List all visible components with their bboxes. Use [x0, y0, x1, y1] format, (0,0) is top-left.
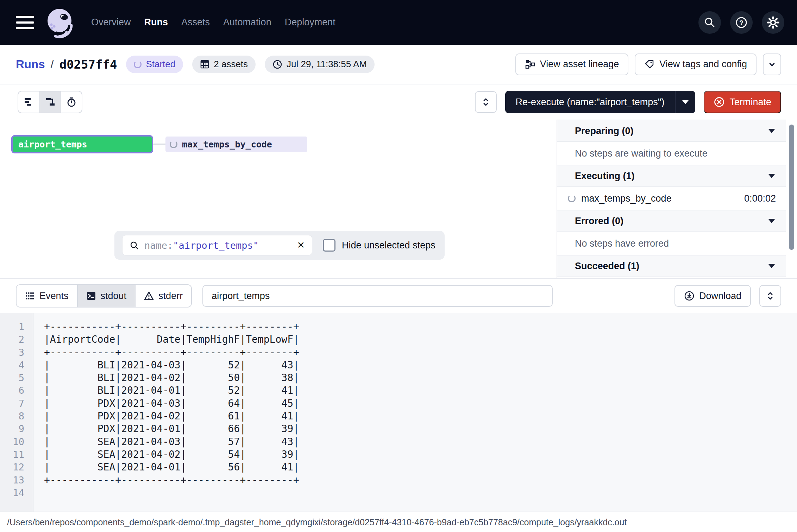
top-nav-actions: ?: [698, 11, 784, 34]
reexecute-split-button: Re-execute (name:"airport_temps"): [505, 91, 696, 113]
log-line: 5| BLI|2021-04-02| 50| 38|: [0, 372, 797, 384]
reexecute-dropdown-button[interactable]: [675, 91, 695, 113]
log-line: 3+-----------+----------+---------+-----…: [0, 346, 797, 359]
tab-stdout[interactable]: stdout: [77, 285, 135, 307]
terminate-button[interactable]: Terminate: [704, 91, 781, 113]
gantt-step-airport-temps[interactable]: airport_temps: [11, 135, 153, 153]
log-lines: 1+-----------+----------+---------+-----…: [0, 313, 797, 499]
line-number[interactable]: 10: [0, 436, 33, 448]
lineage-icon: [525, 59, 535, 70]
gantt-step-max-temps-by-code[interactable]: max_temps_by_code: [165, 137, 307, 152]
hide-unselected-toggle[interactable]: Hide unselected steps: [323, 239, 435, 252]
nav-item-overview[interactable]: Overview: [91, 17, 131, 28]
more-actions-button[interactable]: [763, 53, 781, 75]
tab-stderr-label: stderr: [158, 291, 183, 302]
asset-grid-icon: [200, 59, 209, 69]
line-number[interactable]: 1: [0, 321, 33, 333]
spinner-icon: [568, 195, 576, 202]
clear-filter-icon[interactable]: ✕: [297, 240, 305, 251]
search-button[interactable]: [698, 11, 721, 34]
view-asset-lineage-button[interactable]: View asset lineage: [515, 53, 629, 75]
timing-view-button[interactable]: [61, 91, 82, 113]
assets-count-badge[interactable]: 2 assets: [192, 56, 256, 73]
tab-stdout-label: stdout: [101, 291, 127, 302]
line-number[interactable]: 7: [0, 397, 33, 410]
log-step-selector[interactable]: airport_temps: [202, 285, 553, 307]
section-preparing-title: Preparing (0): [575, 126, 634, 137]
dagster-logo-icon[interactable]: [44, 6, 76, 39]
step-filter-input[interactable]: name: "airport_temps" ✕: [122, 235, 312, 255]
clock-icon: [272, 59, 282, 69]
section-preparing[interactable]: Preparing (0): [557, 120, 786, 142]
settings-button[interactable]: [762, 11, 784, 34]
run-status-badge: Started: [126, 56, 183, 73]
search-icon: [130, 241, 139, 250]
executing-elapsed-time: 0:00:02: [744, 193, 786, 204]
line-number[interactable]: 9: [0, 423, 33, 435]
terminate-icon: [714, 96, 725, 108]
zoom-fit-button[interactable]: [475, 91, 497, 113]
reexecute-button[interactable]: Re-execute (name:"airport_temps"): [505, 91, 675, 113]
line-number[interactable]: 11: [0, 448, 33, 461]
run-timestamp-label: Jul 29, 11:38:55 AM: [287, 59, 367, 70]
hamburger-menu-icon[interactable]: [16, 16, 34, 29]
hide-unselected-checkbox[interactable]: [323, 239, 335, 252]
view-tags-config-button[interactable]: View tags and config: [635, 53, 757, 75]
breadcrumb-runs-link[interactable]: Runs: [16, 58, 45, 71]
gantt-chart: airport_temps max_temps_by_code name: "a…: [0, 120, 557, 278]
svg-text:?: ?: [739, 19, 743, 26]
expand-vertical-icon: [765, 291, 776, 301]
log-line: 2|AirportCode| Date|TempHighF|TempLowF|: [0, 333, 797, 346]
nav-item-deployment[interactable]: Deployment: [285, 17, 335, 28]
flat-view-button[interactable]: [18, 91, 39, 113]
line-number[interactable]: 3: [0, 346, 33, 359]
tab-events-label: Events: [39, 291, 69, 302]
line-number[interactable]: 14: [0, 487, 33, 499]
tab-events[interactable]: Events: [17, 285, 77, 307]
run-step-status-sidebar: Preparing (0) No steps are waiting to ex…: [557, 120, 786, 278]
section-succeeded-title: Succeeded (1): [575, 261, 639, 272]
breadcrumb-separator: /: [51, 58, 54, 71]
download-button[interactable]: Download: [674, 285, 751, 307]
run-timestamp-badge: Jul 29, 11:38:55 AM: [265, 56, 375, 73]
tab-stderr[interactable]: stderr: [135, 285, 191, 307]
section-succeeded[interactable]: Succeeded (1): [557, 255, 786, 277]
warning-triangle-icon: [144, 291, 154, 301]
section-executing[interactable]: Executing (1): [557, 165, 786, 187]
section-errored[interactable]: Errored (0): [557, 210, 786, 232]
line-number[interactable]: 13: [0, 474, 33, 487]
sidebar-scrollbar[interactable]: [789, 125, 794, 250]
log-line: 6| BLI|2021-04-01| 52| 41|: [0, 384, 797, 397]
line-number[interactable]: 12: [0, 461, 33, 474]
collapse-caret-icon: [768, 129, 775, 133]
run-header: Runs / d0257ff4 Started 2 assets Jul 29,…: [0, 45, 797, 84]
executing-step-row[interactable]: max_temps_by_code 0:00:02: [557, 187, 786, 210]
help-icon: ?: [735, 16, 748, 29]
search-icon: [704, 17, 716, 28]
waterfall-view-button[interactable]: [39, 91, 61, 113]
stdout-log-viewer[interactable]: 1+-----------+----------+---------+-----…: [0, 313, 797, 512]
log-line: 14: [0, 487, 797, 499]
log-type-tabs: Events stdout stderr: [16, 284, 192, 308]
log-line: 9| PDX|2021-04-01| 66| 39|: [0, 423, 797, 435]
line-number[interactable]: 2: [0, 333, 33, 346]
log-panel-header: Events stdout stderr airport_te: [0, 279, 797, 313]
line-number[interactable]: 5: [0, 372, 33, 384]
run-id: d0257ff4: [59, 57, 117, 71]
run-sidebar-wrap: Preparing (0) No steps are waiting to ex…: [557, 120, 797, 278]
spinner-icon: [170, 140, 177, 148]
log-line: 13+-----------+----------+---------+----…: [0, 474, 797, 487]
nav-item-runs[interactable]: Runs: [144, 17, 168, 28]
expand-log-button[interactable]: [759, 285, 781, 307]
executing-step-name: max_temps_by_code: [581, 193, 672, 204]
section-executing-title: Executing (1): [575, 171, 635, 182]
help-button[interactable]: ?: [730, 11, 753, 34]
line-number[interactable]: 8: [0, 410, 33, 423]
errored-empty-row: No steps have errored: [557, 232, 786, 255]
filter-key: name:: [144, 240, 173, 251]
line-number[interactable]: 6: [0, 384, 33, 397]
line-number[interactable]: 4: [0, 359, 33, 372]
nav-item-assets[interactable]: Assets: [181, 17, 210, 28]
chevron-down-icon: [767, 59, 777, 69]
nav-item-automation[interactable]: Automation: [223, 17, 271, 28]
